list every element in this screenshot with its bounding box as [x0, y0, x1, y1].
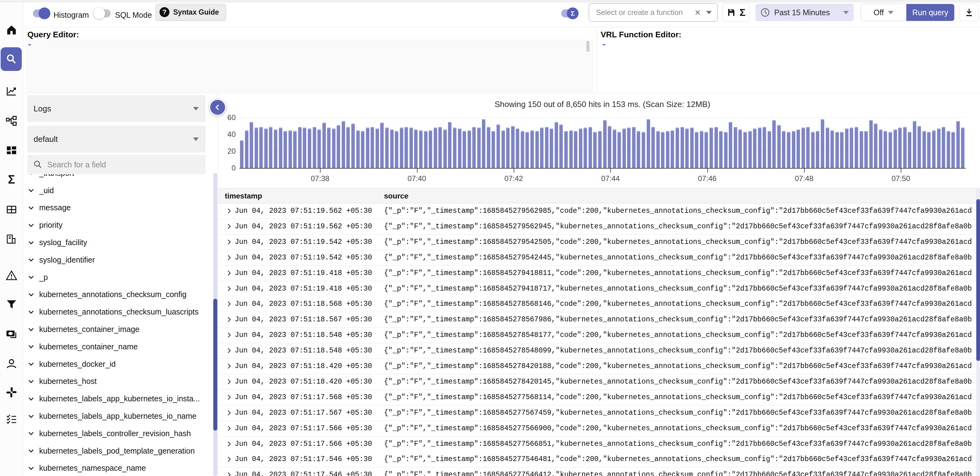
- histogram-bar[interactable]: [598, 131, 601, 168]
- histogram-bar[interactable]: [492, 131, 495, 168]
- function-toggle[interactable]: Σ: [561, 10, 578, 18]
- histogram-bar[interactable]: [564, 131, 568, 168]
- pipeline-icon[interactable]: [4, 114, 19, 128]
- histogram-bar[interactable]: [380, 123, 383, 168]
- histogram-bar[interactable]: [671, 130, 674, 168]
- field-item[interactable]: _p: [27, 268, 202, 286]
- histogram-bar[interactable]: [869, 120, 873, 168]
- histogram-bar[interactable]: [743, 132, 747, 168]
- filters-icon[interactable]: [4, 297, 19, 312]
- histogram-bar[interactable]: [772, 120, 776, 168]
- field-search-input[interactable]: Search for a field: [27, 155, 205, 174]
- histogram-bar[interactable]: [298, 127, 302, 168]
- histogram-bar[interactable]: [250, 122, 253, 168]
- histogram-bar[interactable]: [501, 130, 505, 168]
- histogram-bar[interactable]: [342, 121, 345, 168]
- media-icon[interactable]: [4, 327, 19, 342]
- expand-row-icon[interactable]: [226, 223, 233, 230]
- histogram-bar[interactable]: [797, 129, 800, 168]
- histogram-bar[interactable]: [714, 127, 718, 168]
- histogram-bar[interactable]: [409, 128, 413, 168]
- histogram-bar[interactable]: [356, 130, 360, 168]
- histogram-bar[interactable]: [322, 123, 326, 168]
- download-button[interactable]: [959, 4, 979, 21]
- search-icon[interactable]: [1, 47, 22, 71]
- histogram-bar[interactable]: [414, 129, 418, 168]
- function-list-icon[interactable]: Σ: [739, 7, 745, 18]
- field-item[interactable]: syslog_identifier: [27, 251, 202, 268]
- histogram-bar[interactable]: [516, 128, 519, 168]
- expand-row-icon[interactable]: [226, 270, 233, 277]
- histogram-bar[interactable]: [574, 131, 578, 168]
- histogram-bar[interactable]: [850, 128, 853, 168]
- histogram-bar[interactable]: [884, 131, 887, 168]
- expand-row-icon[interactable]: [226, 409, 233, 417]
- histogram-bar[interactable]: [603, 120, 606, 168]
- log-row[interactable]: Jun 04, 2023 07:51:17.568 +05:30{"_p":"F…: [218, 390, 976, 406]
- histogram-bar[interactable]: [927, 132, 931, 168]
- histogram-bar[interactable]: [816, 131, 819, 168]
- histogram-bar[interactable]: [724, 132, 727, 168]
- histogram-bar[interactable]: [860, 131, 863, 168]
- histogram-bar[interactable]: [240, 140, 243, 168]
- histogram-bar[interactable]: [826, 128, 829, 168]
- log-row[interactable]: Jun 04, 2023 07:51:18.420 +05:30{"_p":"F…: [218, 374, 976, 390]
- histogram-bar[interactable]: [923, 131, 926, 168]
- expand-row-icon[interactable]: [226, 300, 233, 308]
- histogram-bar[interactable]: [782, 131, 785, 168]
- histogram-bar[interactable]: [918, 126, 921, 168]
- histogram-bar[interactable]: [932, 130, 935, 168]
- histogram-bar[interactable]: [589, 127, 592, 168]
- histogram-bar[interactable]: [274, 129, 277, 168]
- log-row[interactable]: Jun 04, 2023 07:51:18.548 +05:30{"_p":"F…: [218, 343, 976, 359]
- histogram-bar[interactable]: [448, 122, 452, 168]
- log-row[interactable]: Jun 04, 2023 07:51:19.418 +05:30{"_p":"F…: [218, 266, 976, 281]
- slack-icon[interactable]: [4, 385, 19, 399]
- log-row[interactable]: Jun 04, 2023 07:51:18.420 +05:30{"_p":"F…: [218, 359, 976, 374]
- histogram-bar[interactable]: [961, 128, 964, 168]
- expand-row-icon[interactable]: [226, 455, 233, 463]
- histogram-bar[interactable]: [840, 132, 843, 168]
- log-row[interactable]: Jun 04, 2023 07:51:18.568 +05:30{"_p":"F…: [218, 297, 976, 312]
- log-row[interactable]: Jun 04, 2023 07:51:17.566 +05:30{"_p":"F…: [218, 436, 976, 452]
- field-item[interactable]: kubernetes_annotations_checksum_config: [27, 286, 202, 303]
- histogram-bar[interactable]: [792, 131, 795, 168]
- histogram-bar[interactable]: [332, 128, 336, 168]
- histogram-bar[interactable]: [390, 129, 394, 168]
- log-row[interactable]: Jun 04, 2023 07:51:19.562 +05:30{"_p":"F…: [218, 203, 976, 219]
- histogram-bar[interactable]: [758, 128, 761, 168]
- histogram-bar[interactable]: [327, 128, 331, 168]
- histogram-bar[interactable]: [695, 132, 698, 168]
- histogram-bar[interactable]: [802, 128, 805, 168]
- user-icon[interactable]: [4, 356, 19, 371]
- reports-icon[interactable]: [4, 232, 19, 246]
- log-row[interactable]: Jun 04, 2023 07:51:18.548 +05:30{"_p":"F…: [218, 327, 976, 343]
- histogram-bar[interactable]: [550, 128, 553, 168]
- editors-splitter[interactable]: [597, 28, 597, 93]
- histogram-bar[interactable]: [279, 128, 282, 168]
- time-range-button[interactable]: Past 15 Minutes: [756, 4, 854, 21]
- histogram-bar[interactable]: [245, 130, 248, 168]
- histogram-bar[interactable]: [337, 125, 340, 168]
- histogram-bar[interactable]: [908, 132, 911, 168]
- sql-mode-toggle[interactable]: [94, 10, 111, 18]
- home-icon[interactable]: [4, 23, 19, 37]
- expand-row-icon[interactable]: [226, 363, 233, 370]
- syntax-guide-button[interactable]: ? Syntax Guide: [156, 4, 226, 21]
- histogram-bar[interactable]: [569, 130, 573, 168]
- dashboards-icon[interactable]: [4, 143, 19, 157]
- histogram-bar[interactable]: [676, 128, 679, 168]
- histogram-bar[interactable]: [487, 127, 490, 168]
- histogram-bar[interactable]: [429, 130, 432, 168]
- histogram-bar[interactable]: [903, 127, 907, 168]
- log-row[interactable]: Jun 04, 2023 07:51:19.562 +05:30{"_p":"F…: [218, 219, 976, 235]
- expand-row-icon[interactable]: [226, 285, 233, 292]
- histogram-bar[interactable]: [942, 127, 945, 168]
- histogram-bar[interactable]: [463, 131, 466, 168]
- stream-type-select[interactable]: Logs: [27, 95, 205, 122]
- expand-row-icon[interactable]: [226, 440, 233, 448]
- log-row[interactable]: Jun 04, 2023 07:51:18.567 +05:30{"_p":"F…: [218, 312, 976, 327]
- histogram-bar[interactable]: [496, 125, 500, 168]
- histogram-bar[interactable]: [647, 119, 650, 168]
- log-row[interactable]: Jun 04, 2023 07:51:17.546 +05:30{"_p":"F…: [218, 452, 976, 467]
